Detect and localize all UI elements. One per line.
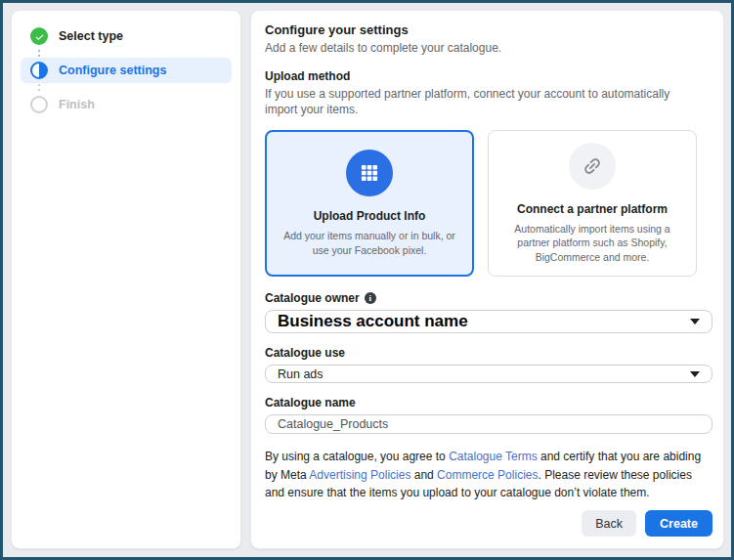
footer-actions: Back Create xyxy=(265,502,712,537)
upload-method-label: Upload method xyxy=(265,69,712,83)
advertising-policies-link[interactable]: Advertising Policies xyxy=(309,468,410,482)
upload-method-cards: Upload Product Info Add your items manua… xyxy=(265,130,712,277)
catalogue-owner-label-text: Catalogue owner xyxy=(265,291,360,305)
catalogue-name-input[interactable] xyxy=(265,414,712,434)
step-label: Finish xyxy=(59,98,95,111)
connect-partner-platform-card[interactable]: Connect a partner platform Automatically… xyxy=(488,130,697,277)
check-circle-icon xyxy=(30,27,48,45)
catalogue-name-label-text: Catalogue name xyxy=(265,396,356,409)
page-subtitle: Add a few details to complete your catal… xyxy=(265,41,712,55)
legal-segment: and xyxy=(410,468,437,482)
catalogue-setup-window: Select type Configure settings Finish Co… xyxy=(0,0,734,560)
link-icon xyxy=(569,143,616,190)
catalogue-use-select[interactable]: Run ads xyxy=(265,365,712,384)
step-label: Select type xyxy=(59,29,123,43)
half-filled-circle-icon xyxy=(30,62,48,79)
step-configure-settings[interactable]: Configure settings xyxy=(21,58,232,83)
catalogue-owner-value: Business account name xyxy=(278,312,468,331)
card-description: Add your items manually or in bulk, or u… xyxy=(280,229,459,257)
catalogue-owner-label: Catalogue owner i xyxy=(265,291,712,305)
catalogue-terms-link[interactable]: Catalogue Terms xyxy=(449,450,538,463)
create-button[interactable]: Create xyxy=(645,510,712,537)
step-label: Configure settings xyxy=(59,64,166,77)
commerce-policies-link[interactable]: Commerce Policies xyxy=(437,468,538,482)
catalogue-owner-select[interactable]: Business account name xyxy=(265,310,712,332)
info-icon[interactable]: i xyxy=(365,292,376,304)
page-title: Configure your settings xyxy=(265,22,712,37)
catalogue-use-value: Run ads xyxy=(278,367,324,381)
steps-sidebar: Select type Configure settings Finish xyxy=(11,10,241,549)
step-select-type[interactable]: Select type xyxy=(21,23,232,49)
upload-method-description: If you use a supported partner platform,… xyxy=(265,87,700,117)
legal-text: By using a catalogue, you agree to Catal… xyxy=(265,448,712,502)
grid-icon xyxy=(346,150,393,196)
step-connector xyxy=(38,50,40,57)
card-description: Automatically import items using a partn… xyxy=(501,222,683,265)
card-title: Upload Product Info xyxy=(314,209,426,223)
chevron-down-icon xyxy=(690,319,700,324)
catalogue-use-label-text: Catalogue use xyxy=(265,346,345,360)
step-finish: Finish xyxy=(21,92,232,117)
back-button[interactable]: Back xyxy=(582,510,636,537)
step-connector xyxy=(38,84,40,91)
empty-circle-icon xyxy=(30,96,48,113)
catalogue-name-label: Catalogue name xyxy=(265,396,712,409)
legal-segment: By using a catalogue, you agree to xyxy=(265,450,449,463)
configure-settings-panel: Configure your settings Add a few detail… xyxy=(250,10,724,549)
catalogue-use-label: Catalogue use xyxy=(265,346,712,360)
chevron-down-icon xyxy=(690,371,700,377)
card-title: Connect a partner platform xyxy=(517,202,668,216)
upload-product-info-card[interactable]: Upload Product Info Add your items manua… xyxy=(265,130,474,277)
